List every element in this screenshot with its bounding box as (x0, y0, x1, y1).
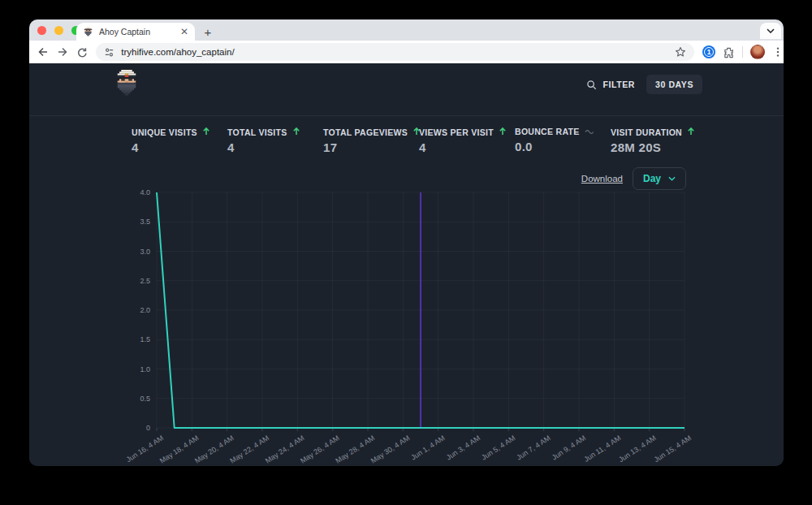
chevron-down-icon (767, 28, 775, 33)
svg-text:May 22, 4 AM: May 22, 4 AM (228, 434, 270, 464)
trend-up-icon (292, 127, 300, 137)
captain-favicon-icon (83, 27, 93, 37)
download-link[interactable]: Download (581, 174, 623, 183)
svg-text:3.5: 3.5 (140, 218, 150, 226)
back-button[interactable] (33, 42, 53, 62)
new-tab-button[interactable]: + (200, 24, 216, 40)
section-divider (29, 115, 784, 116)
svg-text:May 20, 4 AM: May 20, 4 AM (193, 434, 235, 464)
svg-text:Jun 5, 4 AM: Jun 5, 4 AM (480, 434, 516, 461)
stat-views-per-visit[interactable]: VIEWS PER VISIT 4 (419, 127, 515, 154)
visits-line-chart[interactable]: 4.03.53.02.52.01.51.00.50Jun 16, 4 AMMay… (29, 185, 784, 466)
tab-strip: Ahoy Captain ✕ + (29, 19, 784, 41)
svg-text:May 30, 4 AM: May 30, 4 AM (369, 434, 412, 464)
stat-unique-visits[interactable]: UNIQUE VISITS 4 (132, 127, 227, 154)
interval-label: Day (643, 173, 661, 184)
svg-text:1.0: 1.0 (140, 365, 150, 373)
stat-value: 4 (132, 140, 227, 154)
stat-value: 28M 20S (611, 140, 706, 154)
svg-text:Jun 13, 4 AM: Jun 13, 4 AM (617, 434, 658, 464)
svg-text:May 28, 4 AM: May 28, 4 AM (334, 434, 376, 464)
filter-button[interactable]: FILTER (586, 80, 635, 90)
tab-close-icon[interactable]: ✕ (180, 27, 188, 37)
svg-text:2.5: 2.5 (140, 277, 150, 285)
svg-text:Jun 15, 4 AM: Jun 15, 4 AM (653, 434, 693, 464)
browser-tab[interactable]: Ahoy Captain ✕ (76, 23, 195, 41)
search-icon (586, 80, 597, 90)
svg-text:0: 0 (146, 424, 150, 432)
close-window-button[interactable] (37, 26, 46, 35)
svg-text:Jun 9, 4 AM: Jun 9, 4 AM (551, 434, 587, 461)
url-text: tryhifive.com/ahoy_captain/ (121, 47, 668, 57)
stat-visit-duration[interactable]: VISIT DURATION 28M 20S (611, 127, 706, 154)
address-bar[interactable]: tryhifive.com/ahoy_captain/ (96, 43, 694, 61)
minimize-window-button[interactable] (54, 26, 63, 35)
stat-label: BOUNCE RATE (515, 127, 580, 136)
tab-title: Ahoy Captain (99, 27, 175, 37)
browser-menu-kebab-icon[interactable] (772, 46, 784, 58)
bookmark-star-icon[interactable] (675, 46, 686, 58)
svg-text:Jun 7, 4 AM: Jun 7, 4 AM (515, 434, 551, 461)
arrow-right-icon (56, 45, 69, 58)
forward-button[interactable] (53, 42, 72, 62)
password-extension-button[interactable]: 1 (702, 45, 715, 58)
site-settings-icon[interactable] (104, 47, 114, 58)
browser-toolbar: tryhifive.com/ahoy_captain/ 1 (29, 41, 784, 63)
svg-text:Jun 1, 4 AM: Jun 1, 4 AM (409, 434, 446, 461)
stat-label: VISIT DURATION (611, 127, 682, 137)
analytics-page: FILTER 30 DAYS UNIQUE VISITS 4 TOTAL VIS… (29, 63, 784, 466)
date-range-button[interactable]: 30 DAYS (646, 75, 702, 94)
stat-bounce-rate[interactable]: BOUNCE RATE 0.0 (515, 127, 611, 154)
trend-up-icon (687, 127, 695, 137)
stat-label: TOTAL VISITS (227, 127, 287, 137)
trend-flat-icon (585, 127, 594, 136)
toolbar-divider (742, 46, 743, 58)
svg-text:May 26, 4 AM: May 26, 4 AM (299, 434, 341, 464)
browser-window: Ahoy Captain ✕ + (29, 19, 784, 466)
svg-text:Jun 11, 4 AM: Jun 11, 4 AM (582, 434, 622, 464)
stat-value: 4 (419, 140, 515, 154)
trend-up-icon (202, 127, 210, 137)
chevron-down-icon (668, 176, 676, 181)
svg-text:4.0: 4.0 (140, 188, 150, 196)
svg-text:2.0: 2.0 (140, 306, 150, 314)
filter-label: FILTER (603, 80, 635, 89)
svg-text:0.5: 0.5 (140, 395, 150, 403)
stat-total-visits[interactable]: TOTAL VISITS 4 (227, 127, 323, 154)
profile-avatar-button[interactable] (750, 45, 765, 59)
stat-value: 17 (323, 140, 419, 154)
svg-text:3.0: 3.0 (140, 248, 150, 256)
reload-button[interactable] (72, 42, 92, 62)
reload-icon (75, 45, 88, 58)
svg-text:1.5: 1.5 (140, 335, 150, 343)
stat-label: TOTAL PAGEVIEWS (323, 127, 408, 137)
trend-up-icon (499, 127, 507, 137)
stat-label: VIEWS PER VISIT (419, 127, 494, 137)
tab-search-button[interactable] (760, 23, 781, 39)
svg-text:Jun 3, 4 AM: Jun 3, 4 AM (445, 434, 482, 461)
arrow-left-icon (37, 45, 50, 58)
stat-value: 0.0 (515, 140, 611, 153)
stat-label: UNIQUE VISITS (132, 127, 197, 137)
stat-value: 4 (227, 140, 323, 154)
extensions-puzzle-icon[interactable] (723, 46, 735, 58)
app-logo-captain-icon[interactable] (112, 69, 141, 100)
stat-total-pageviews[interactable]: TOTAL PAGEVIEWS 17 (323, 127, 419, 154)
stats-row: UNIQUE VISITS 4 TOTAL VISITS 4 TOTAL PAG… (132, 127, 706, 154)
